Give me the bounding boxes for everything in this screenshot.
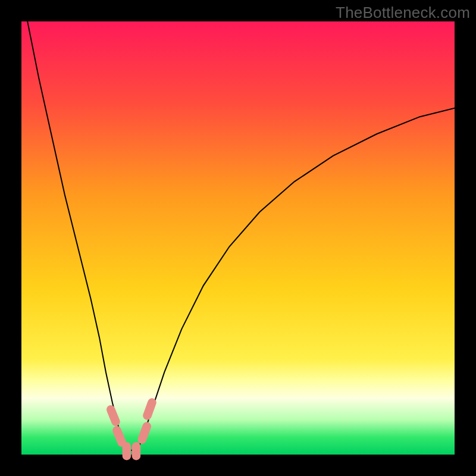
watermark-text: TheBottleneck.com <box>336 4 470 22</box>
chart-plot-area <box>21 21 455 455</box>
optimal-marker <box>142 397 158 421</box>
chart-svg <box>21 21 455 455</box>
optimal-marker <box>136 421 152 445</box>
bottleneck-curve <box>21 0 455 450</box>
optimal-marker <box>123 442 131 461</box>
chart-frame: TheBottleneck.com <box>0 0 476 476</box>
optimal-marker <box>132 442 141 461</box>
optimal-marker <box>105 404 121 427</box>
